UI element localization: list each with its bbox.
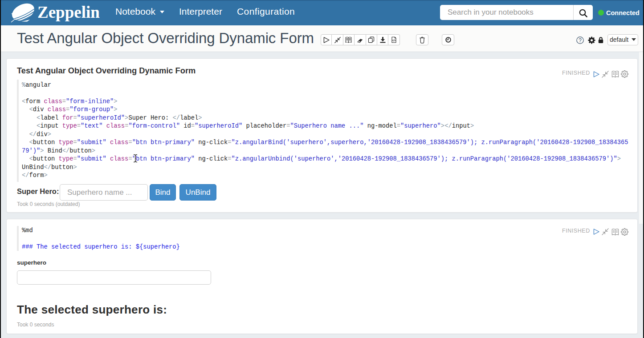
svg-text:?: ?: [579, 37, 582, 44]
